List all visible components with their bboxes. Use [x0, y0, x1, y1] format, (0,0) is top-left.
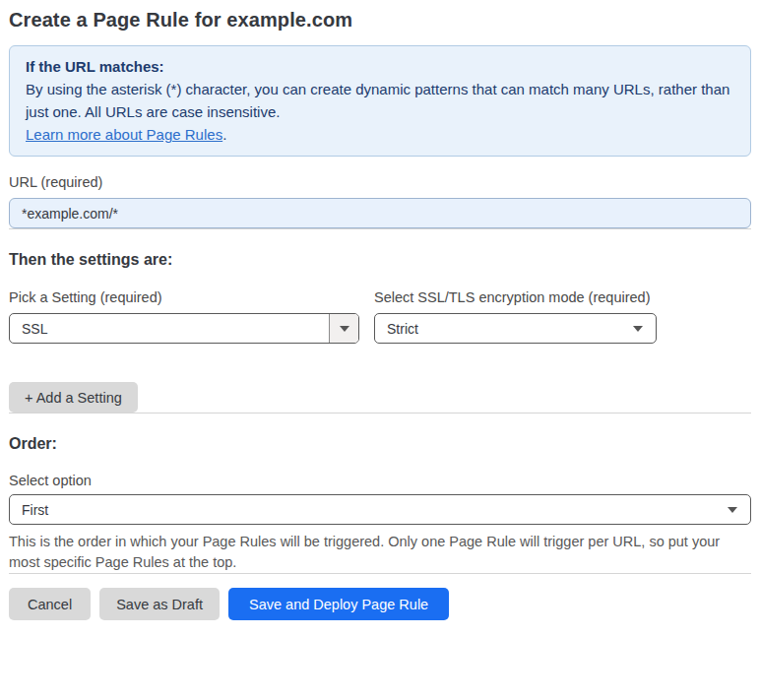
order-section-heading: Order: — [9, 435, 751, 453]
url-field-label: URL (required) — [9, 174, 751, 190]
add-setting-button[interactable]: + Add a Setting — [9, 382, 138, 413]
save-and-deploy-button[interactable]: Save and Deploy Page Rule — [228, 588, 449, 620]
url-input[interactable] — [9, 198, 751, 228]
page-title: Create a Page Rule for example.com — [9, 9, 751, 32]
chevron-down-icon — [329, 314, 358, 343]
info-box-link-line: Learn more about Page Rules. — [26, 123, 734, 146]
settings-section-heading: Then the settings are: — [9, 251, 751, 269]
pick-setting-value: SSL — [22, 321, 47, 337]
info-box-body: By using the asterisk (*) character, you… — [26, 78, 734, 123]
order-select[interactable]: First — [9, 494, 751, 525]
chevron-down-icon — [633, 326, 643, 332]
ssl-mode-select[interactable]: Strict — [374, 313, 657, 344]
settings-row: Pick a Setting (required) SSL Select SSL… — [9, 289, 751, 344]
link-period: . — [222, 126, 226, 143]
section-divider — [9, 228, 751, 229]
section-divider — [9, 413, 751, 414]
order-select-label: Select option — [9, 473, 751, 488]
chevron-down-icon — [728, 507, 737, 513]
url-match-info-box: If the URL matches: By using the asteris… — [9, 45, 751, 157]
actions-row: Cancel Save as Draft Save and Deploy Pag… — [9, 588, 751, 620]
footer-divider — [9, 573, 751, 574]
order-select-value: First — [22, 502, 48, 518]
ssl-mode-label: Select SSL/TLS encryption mode (required… — [374, 289, 657, 305]
pick-setting-group: Pick a Setting (required) SSL — [9, 289, 359, 344]
save-as-draft-button[interactable]: Save as Draft — [99, 588, 220, 620]
pick-setting-select[interactable]: SSL — [9, 313, 359, 344]
learn-more-link[interactable]: Learn more about Page Rules — [26, 126, 222, 143]
ssl-mode-group: Select SSL/TLS encryption mode (required… — [374, 289, 657, 344]
pick-setting-label: Pick a Setting (required) — [9, 289, 359, 305]
order-help-text: This is the order in which your Page Rul… — [9, 532, 747, 573]
info-box-heading: If the URL matches: — [26, 55, 734, 78]
ssl-mode-value: Strict — [387, 321, 418, 337]
cancel-button[interactable]: Cancel — [9, 588, 91, 620]
